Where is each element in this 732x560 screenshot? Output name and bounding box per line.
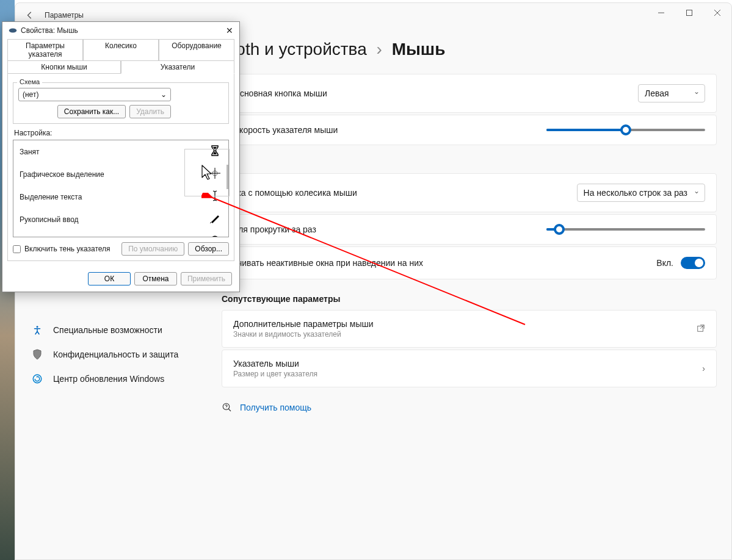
scroll-mode-label: тка с помощью колесика мыши [233,188,577,198]
primary-button-label: Основная кнопка мыши [233,88,638,98]
main-content: tooth и устройства › Мышь Основная кнопк… [222,40,717,413]
get-help-link[interactable]: Получить помощь [222,402,717,413]
tab-pointers[interactable]: Указатели [121,60,234,74]
scroll-mode-card: тка с помощью колесика мыши На несколько… [222,173,717,212]
dialog-footer: ОК Отмена Применить [2,266,239,292]
dialog-close-button[interactable]: ✕ [226,26,233,35]
tab-buttons[interactable]: Кнопки мыши [7,60,121,74]
dialog-title: Свойства: Мышь [21,26,78,35]
minimize-button[interactable] [647,3,675,23]
save-as-button[interactable]: Сохранить как... [57,105,126,118]
svg-point-2 [37,326,38,328]
breadcrumb-current: Мышь [392,40,446,59]
accessibility-icon [31,324,43,336]
svg-point-6 [9,29,17,33]
sidebar: Специальные возможности Конфиденциальнос… [24,318,201,391]
scroll-mode-select[interactable]: На несколько строк за раз [577,184,705,202]
sidebar-label: Специальные возможности [53,325,162,335]
sidebar-label: Центр обновления Windows [53,374,164,384]
advanced-params-link[interactable]: Дополнительные параметры мыши Значки и в… [222,310,717,348]
link-title: Указатель мыши [233,359,702,368]
default-button: По умолчанию [121,242,184,256]
pointer-speed-slider[interactable] [546,129,705,131]
scheme-combo[interactable]: (нет)⌄ [18,88,171,101]
breadcrumb: tooth и устройства › Мышь [222,40,717,59]
back-button[interactable] [23,8,37,23]
no-icon [208,235,222,237]
chevron-right-icon: › [702,364,705,373]
cursor-preview [184,149,230,196]
inactive-label: учивать неактивные окна при наведении на… [233,258,656,268]
lines-scroll-slider[interactable] [546,228,705,231]
pointer-speed-label: Скорость указателя мыши [233,125,546,135]
close-button[interactable] [703,3,731,23]
browse-button[interactable]: Обзор... [188,242,229,256]
inactive-toggle[interactable] [681,257,705,269]
lines-scroll-label: для прокрутки за раз [233,224,546,234]
link-sub: Значки и видимость указателей [233,330,697,339]
tab-wheel[interactable]: Колесико [83,39,159,61]
link-title: Дополнительные параметры мыши [233,319,697,329]
inactive-scroll-card: учивать неактивные окна при наведении на… [222,246,717,279]
dialog-tabs: Параметры указателя Колесико Оборудовани… [2,39,239,73]
ok-button[interactable]: ОК [88,272,131,285]
cursor-item-unavailable[interactable]: Недоступно [13,231,228,237]
cursor-item-handwriting[interactable]: Рукописный ввод [13,208,228,231]
help-label: Получить помощь [240,403,311,412]
svg-rect-1 [687,10,692,16]
help-icon [222,402,233,413]
dialog-titlebar: Свойства: Мышь ✕ [2,22,239,39]
apply-button: Применить [181,272,232,285]
scheme-label: Схема [17,78,42,85]
shield-icon [31,348,43,361]
mouse-properties-dialog: Свойства: Мышь ✕ Параметры указателя Кол… [2,21,240,292]
update-icon [31,373,43,385]
svg-point-10 [211,237,219,238]
sidebar-label: Конфиденциальность и защита [53,350,178,359]
shadow-label: Включить тень указателя [24,245,111,253]
pen-icon [208,213,222,226]
chevron-right-icon: › [377,40,382,59]
pointer-link[interactable]: Указатель мыши Размер и цвет указателя › [222,350,717,387]
delete-button: Удалить [129,105,171,118]
primary-button-select[interactable]: Левая [638,84,705,102]
related-header: Сопутствующие параметры [222,294,717,304]
shadow-checkbox[interactable] [13,245,21,253]
breadcrumb-parent[interactable]: tooth и устройства [222,40,367,59]
customize-label: Настройка: [14,129,229,137]
cancel-button[interactable]: Отмена [134,272,177,285]
mouse-icon [9,27,17,34]
scheme-group: Схема (нет)⌄ Сохранить как... Удалить [13,82,229,124]
scroll-section-header: ка [222,157,717,167]
svg-point-3 [33,375,42,383]
primary-button-card: Основная кнопка мыши Левая [222,74,717,113]
link-sub: Размер и цвет указателя [233,370,702,378]
sidebar-item-privacy[interactable]: Конфиденциальность и защита [24,342,201,367]
sidebar-item-accessibility[interactable]: Специальные возможности [24,318,201,342]
maximize-button[interactable] [675,3,703,23]
lines-scroll-card: для прокрутки за раз [222,214,717,245]
window-title: Параметры [45,11,84,20]
toggle-state: Вкл. [656,258,673,268]
pointer-speed-card: Скорость указателя мыши [222,115,717,145]
external-icon [697,324,705,334]
tab-pointer-options[interactable]: Параметры указателя [7,39,83,61]
tab-hardware[interactable]: Оборудование [159,39,234,61]
sidebar-item-update[interactable]: Центр обновления Windows [24,367,201,391]
arrow-cursor-icon [201,164,213,181]
